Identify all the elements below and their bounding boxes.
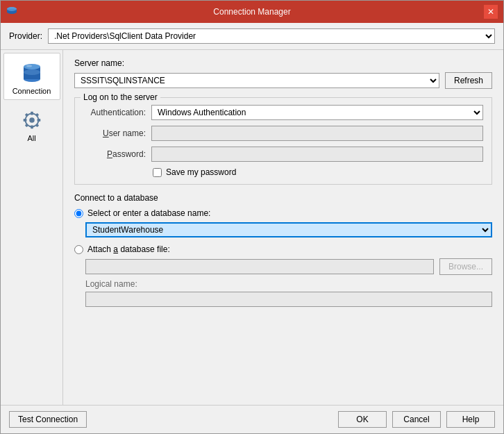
save-password-row: Save my password [83, 167, 483, 177]
password-input[interactable] [151, 147, 483, 162]
svg-rect-11 [23, 119, 26, 122]
svg-point-5 [24, 69, 40, 75]
sidebar-item-all[interactable]: All [3, 103, 60, 147]
attach-file-input[interactable] [85, 259, 434, 274]
attach-db-radio-row: Attach a database file: [74, 244, 492, 254]
db-name-select[interactable]: StudentWarehouse [85, 222, 492, 237]
sidebar-item-connection[interactable]: Connection [3, 53, 60, 100]
svg-rect-16 [35, 124, 38, 127]
content-area: Server name: SSSIT\SQLINSTANCE Refresh L… [63, 50, 503, 405]
provider-label: Provider: [9, 31, 42, 41]
refresh-button[interactable]: Refresh [445, 72, 492, 89]
logon-group: Log on to the server Authentication: Win… [74, 97, 492, 185]
close-button[interactable]: ✕ [484, 5, 498, 19]
password-label: Password: [83, 149, 146, 159]
save-password-checkbox[interactable] [153, 168, 162, 177]
title-bar-left [6, 6, 17, 17]
authentication-row: Authentication: Windows Authentication [83, 105, 483, 120]
logical-name-input[interactable] [85, 292, 492, 307]
username-input[interactable] [151, 126, 483, 141]
provider-select[interactable]: .Net Providers\SqlClient Data Provider [48, 28, 495, 44]
select-db-radio-row: Select or enter a database name: [74, 208, 492, 218]
svg-point-8 [29, 117, 35, 123]
bottom-bar-right: OK Cancel Help [338, 411, 495, 428]
svg-point-1 [7, 7, 17, 11]
authentication-select[interactable]: Windows Authentication [151, 105, 483, 120]
username-row: User name: [83, 126, 483, 141]
test-connection-button[interactable]: Test Connection [9, 411, 87, 428]
svg-rect-9 [31, 112, 33, 115]
connect-db-title: Connect to a database [74, 193, 492, 203]
svg-point-6 [26, 65, 32, 67]
ok-button[interactable]: OK [338, 411, 387, 428]
server-name-select[interactable]: SSSIT\SQLINSTANCE [74, 73, 439, 88]
title-bar-icon [6, 6, 17, 17]
sidebar-connection-label: Connection [12, 87, 51, 95]
window-title: Connection Manager [213, 7, 290, 17]
db-select-row: StudentWarehouse [74, 222, 492, 237]
svg-point-4 [24, 64, 40, 69]
svg-rect-12 [37, 119, 40, 122]
server-name-row: SSSIT\SQLINSTANCE Refresh [74, 72, 492, 89]
connect-db-section: Connect to a database Select or enter a … [74, 193, 492, 307]
browse-button[interactable]: Browse... [439, 258, 492, 275]
sidebar: Connection [1, 50, 63, 405]
attach-db-radio[interactable] [74, 245, 83, 254]
authentication-label: Authentication: [83, 108, 146, 117]
password-row: Password: [83, 147, 483, 162]
logon-group-title: Log on to the server [81, 92, 160, 102]
logical-name-label: Logical name: [85, 279, 492, 289]
bottom-bar: Test Connection OK Cancel Help [1, 405, 503, 433]
title-bar-controls: ✕ [484, 5, 498, 19]
logical-name-row: Logical name: [74, 279, 492, 307]
save-password-label: Save my password [166, 167, 236, 177]
attach-input-row: Browse... [74, 258, 492, 275]
attach-db-radio-label: Attach a database file: [87, 244, 170, 254]
svg-rect-13 [24, 113, 28, 117]
svg-rect-15 [24, 124, 28, 127]
provider-bar: Provider: .Net Providers\SqlClient Data … [1, 23, 503, 50]
title-bar: Connection Manager ✕ [1, 1, 503, 23]
server-name-section-label: Server name: [74, 58, 492, 68]
svg-rect-10 [31, 126, 33, 129]
username-label: User name: [83, 128, 146, 138]
connection-manager-window: Connection Manager ✕ Provider: .Net Prov… [0, 0, 504, 434]
sidebar-all-label: All [27, 134, 35, 142]
svg-rect-14 [35, 113, 38, 117]
cancel-button[interactable]: Cancel [392, 411, 441, 428]
main-content: Connection [1, 50, 503, 405]
select-db-radio-label: Select or enter a database name: [87, 208, 210, 218]
connection-icon [18, 58, 46, 85]
help-button[interactable]: Help [446, 411, 495, 428]
select-db-radio[interactable] [74, 209, 83, 218]
all-icon [19, 108, 44, 133]
